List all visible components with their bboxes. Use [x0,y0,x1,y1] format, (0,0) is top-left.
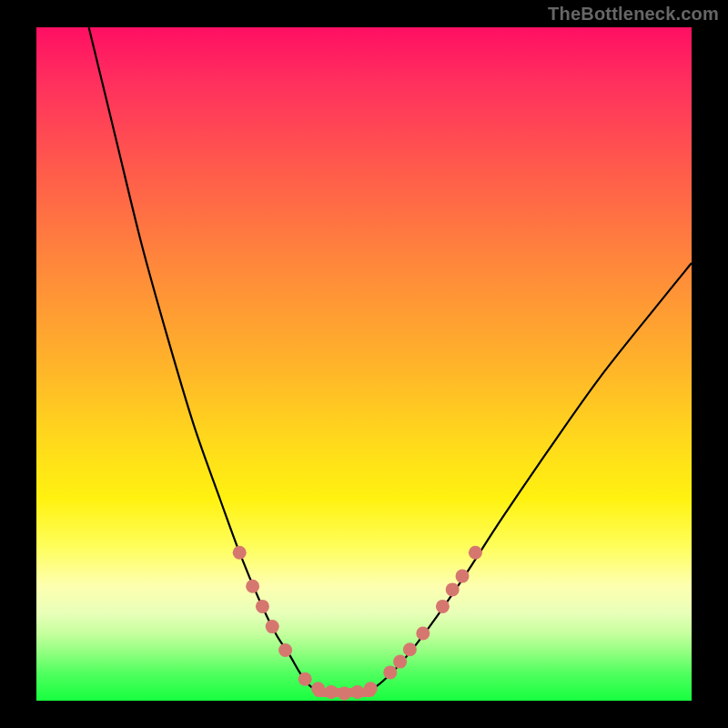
marker-dot [298,672,312,686]
marker-dot [233,546,247,560]
marker-dot [446,582,460,596]
marker-dot [416,627,430,641]
marker-dot [266,620,279,633]
bottleneck-curve [89,27,692,693]
marker-dot [338,686,351,700]
marker-dot [350,685,364,699]
marker-dot [256,600,269,613]
marker-dot [278,643,292,657]
marker-dot [325,685,339,699]
marker-dot [469,546,482,560]
marker-dot [383,665,397,679]
plot-area [36,27,692,701]
marker-dot [246,580,259,593]
marker-dot [311,682,325,695]
marker-dot [403,642,417,656]
watermark-text: TheBottleneck.com [548,4,719,25]
marker-dot [456,570,470,583]
chart-svg [36,27,692,701]
marker-dot [393,655,407,669]
chart-frame: TheBottleneck.com [0,0,728,728]
marker-group [233,546,482,701]
marker-dot [436,600,450,613]
marker-dot [364,682,378,695]
